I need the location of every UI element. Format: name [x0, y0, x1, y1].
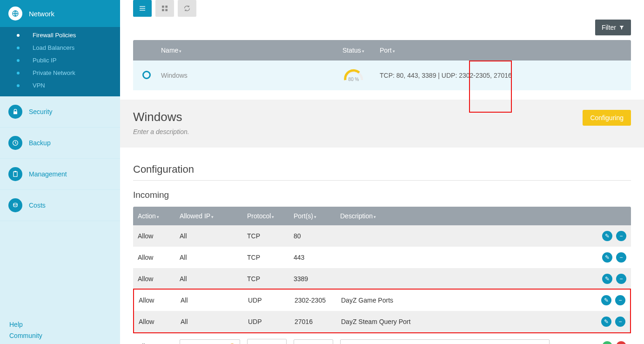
svg-rect-7 [140, 8, 145, 8]
remove-icon[interactable]: − [616, 274, 626, 284]
cancel-icon[interactable]: ✕ [616, 341, 626, 344]
configuring-badge: Configuring [583, 110, 631, 126]
nav-security[interactable]: Security [0, 96, 120, 128]
new-proto-select[interactable]: TCP [247, 339, 287, 344]
filter-label: Filter [602, 24, 616, 31]
h-proto[interactable]: Protocol▾ [247, 212, 294, 220]
nav-sub-privatenetwork[interactable]: Private Network [0, 67, 120, 79]
policy-title: Windows [133, 110, 189, 124]
nav-sublist: Firewall Policies Load Balancers Public … [0, 27, 120, 96]
rules-table: Action▾ Allowed IP▾ Protocol▾ Port(s)▾ D… [133, 207, 631, 344]
svg-rect-9 [162, 6, 164, 8]
svg-rect-1 [13, 111, 17, 114]
view-tab-refresh[interactable] [178, 0, 196, 17]
edit-icon[interactable]: ✎ [602, 274, 612, 284]
network-icon [8, 7, 22, 20]
svg-rect-8 [140, 10, 145, 10]
row-ports: TCP: 80, 443, 3389 | UDP: 2302-2305, 270… [380, 72, 622, 79]
rule-input-row: Allow ! TCP ✓ ✕ [133, 333, 631, 344]
policies-grid-header: Name▾ Status▾ Port▾ [133, 40, 631, 61]
nav-backup-label: Backup [29, 139, 51, 147]
main-content: Filter Name▾ Status▾ Port▾ Windows 80 % [120, 0, 644, 344]
nav-costs[interactable]: Costs [0, 190, 120, 221]
col-port[interactable]: Port▾ [380, 47, 622, 54]
new-desc-input[interactable] [340, 339, 550, 344]
svg-rect-10 [165, 6, 168, 8]
nav-sub-loadbalancers[interactable]: Load Balancers [0, 41, 120, 54]
svg-rect-4 [14, 171, 16, 172]
rule-row: Allow All TCP 443 ✎− [133, 247, 631, 268]
coins-icon [8, 198, 22, 212]
policy-desc[interactable]: Enter a description. [133, 128, 189, 135]
filter-icon [619, 25, 624, 30]
nav-network-header[interactable]: Network [0, 0, 120, 27]
svg-rect-6 [140, 6, 145, 7]
row-name: Windows [161, 72, 342, 79]
h-ports[interactable]: Port(s)▾ [294, 212, 340, 220]
incoming-heading: Incoming [133, 190, 631, 200]
edit-icon[interactable]: ✎ [602, 231, 612, 241]
remove-icon[interactable]: − [616, 231, 626, 241]
edit-icon[interactable]: ✎ [602, 252, 612, 263]
nav-costs-label: Costs [29, 202, 46, 209]
svg-rect-12 [165, 9, 168, 11]
row-radio[interactable] [142, 71, 151, 79]
h-action[interactable]: Action▾ [138, 212, 180, 220]
rule-row: Allow All TCP 3389 ✎− [133, 268, 631, 290]
link-community[interactable]: Community [9, 330, 111, 341]
svg-point-5 [13, 203, 17, 205]
policy-panel-header: Windows Enter a description. Configuring [120, 100, 644, 148]
nav-security-label: Security [29, 108, 53, 115]
remove-icon[interactable]: − [615, 295, 625, 305]
nav-management[interactable]: Management [0, 159, 120, 190]
view-tab-list[interactable] [133, 0, 152, 17]
h-desc[interactable]: Description▾ [340, 212, 589, 220]
view-tab-grid[interactable] [155, 0, 174, 17]
nav-management-label: Management [29, 170, 67, 178]
remove-icon[interactable]: − [615, 317, 625, 327]
remove-icon[interactable]: − [616, 252, 626, 263]
sidebar-bottom-links: Help Community API News [0, 312, 120, 344]
edit-icon[interactable]: ✎ [601, 295, 611, 305]
new-action: Allow [138, 343, 180, 344]
link-api[interactable]: API [9, 341, 111, 344]
rule-row: Allow All TCP 80 ✎− [133, 225, 631, 247]
nav-network-label: Network [29, 10, 54, 18]
col-status[interactable]: Status▾ [342, 47, 380, 54]
rule-row: Allow All UDP 2302-2305 DayZ Game Ports … [134, 290, 630, 311]
nav-sub-publicip[interactable]: Public IP [0, 54, 120, 67]
link-help[interactable]: Help [9, 319, 111, 330]
view-tabs [120, 0, 644, 17]
gauge-pct: 80 % [342, 77, 365, 82]
highlight-new-rules: Allow All UDP 2302-2305 DayZ Game Ports … [133, 289, 631, 333]
filter-button[interactable]: Filter [595, 20, 631, 35]
backup-icon [8, 136, 22, 150]
h-ip[interactable]: Allowed IP▾ [180, 212, 247, 220]
sidebar: Network Firewall Policies Load Balancers… [0, 0, 120, 344]
confirm-icon[interactable]: ✓ [602, 341, 612, 344]
lock-icon [8, 105, 22, 119]
nav-network-section: Network Firewall Policies Load Balancers… [0, 0, 120, 96]
nav-sub-vpn[interactable]: VPN [0, 79, 120, 92]
nav-sub-firewall[interactable]: Firewall Policies [0, 29, 120, 41]
nav-backup[interactable]: Backup [0, 128, 120, 159]
svg-rect-3 [13, 172, 17, 177]
configuration-heading: Configuration [133, 163, 631, 181]
policy-row[interactable]: Windows 80 % TCP: 80, 443, 3389 | UDP: 2… [133, 61, 631, 90]
rule-row: Allow All UDP 27016 DayZ Steam Query Por… [134, 311, 630, 332]
rules-header: Action▾ Allowed IP▾ Protocol▾ Port(s)▾ D… [133, 207, 631, 225]
edit-icon[interactable]: ✎ [601, 317, 611, 327]
svg-rect-11 [162, 9, 164, 11]
col-name[interactable]: Name▾ [161, 47, 342, 54]
status-gauge: 80 % [342, 69, 365, 82]
new-ports-input[interactable] [294, 339, 333, 344]
clipboard-icon [8, 167, 22, 181]
